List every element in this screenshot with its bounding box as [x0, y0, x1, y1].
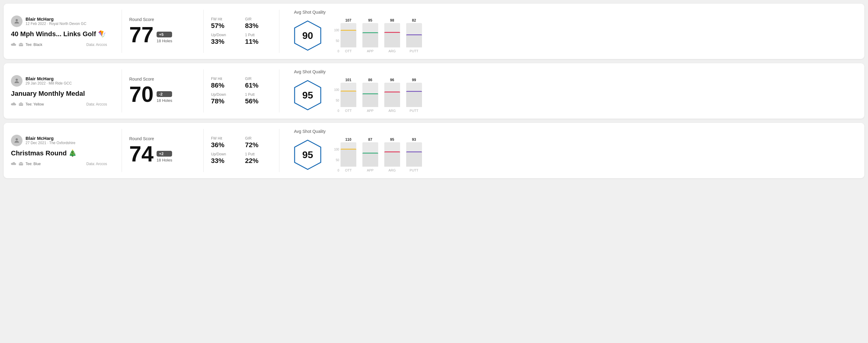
axis-100: 100 [334, 148, 339, 151]
divider [122, 69, 122, 113]
divider [122, 129, 122, 172]
divider [122, 10, 122, 53]
updown-stat: Up/Down 33% [211, 33, 238, 45]
oneputt-stat: 1 Putt 22% [245, 152, 272, 165]
divider [279, 10, 279, 53]
data-source: Data: Arccos [86, 42, 107, 47]
bar-value: 96 [390, 78, 394, 82]
data-source: Data: Arccos [86, 102, 107, 106]
avatar [11, 75, 23, 87]
bar-col-arg: 98 ARG [384, 18, 400, 53]
score-badge: +2 [157, 151, 172, 157]
chart-title: Avg Shot Quality [294, 129, 857, 134]
tee-info: Tee: Yellow [11, 102, 44, 107]
score-badge-col: +5 18 Holes [157, 32, 172, 45]
updown-value: 78% [211, 97, 238, 105]
bar-value: 86 [368, 78, 372, 82]
fw-hit-label: FW Hit [211, 136, 238, 141]
bar-col-app: 95 APP [363, 18, 378, 53]
oneputt-value: 56% [245, 97, 272, 105]
oneputt-label: 1 Putt [245, 33, 272, 37]
bar-label: APP [367, 109, 374, 113]
bar-fill [384, 92, 400, 107]
user-name: Blair McHarg [26, 76, 72, 81]
bar-marker [341, 91, 356, 92]
holes-text: 18 Holes [157, 98, 172, 103]
stats-section: FW Hit 86% GIR 61% Up/Down 78% 1 Putt 56… [211, 76, 272, 105]
oneputt-stat: 1 Putt 11% [245, 33, 272, 45]
fw-hit-label: FW Hit [211, 76, 238, 81]
round-card: Blair McHarg 12 Feb 2022 · Royal North D… [4, 4, 864, 59]
bar-wrapper [363, 23, 378, 48]
score-row: 70 -2 18 Holes [129, 83, 196, 105]
fw-hit-label: FW Hit [211, 17, 238, 21]
chart-section: Avg Shot Quality 90 100 [287, 10, 857, 53]
gir-value: 83% [245, 22, 272, 30]
user-date: 27 Dec 2021 · The Oxfordshire [26, 141, 75, 145]
bar-wrapper [384, 142, 400, 167]
bar-label: ARG [389, 49, 396, 53]
score-section: Round Score 77 +5 18 Holes [129, 17, 196, 45]
bar-chart-area: 100 50 0 107 OTT 95 APP 98 [334, 18, 422, 53]
avatar [11, 15, 23, 27]
gir-stat: GIR 61% [245, 76, 272, 89]
score-label: Round Score [129, 17, 196, 22]
holes-text: 18 Holes [157, 158, 172, 162]
axis-0: 0 [334, 50, 339, 53]
bag-icon [18, 102, 24, 107]
svg-point-0 [16, 19, 18, 21]
bar-wrapper [406, 142, 422, 167]
bar-chart-with-axis: 100 50 0 110 OTT 87 APP 95 [334, 137, 422, 172]
bar-col-putt: 82 PUTT [406, 18, 422, 53]
hexagon: 90 [294, 20, 321, 51]
avatar [11, 135, 23, 146]
stats-grid: FW Hit 57% GIR 83% Up/Down 33% 1 Putt 11… [211, 17, 272, 45]
user-info: Blair McHarg 12 Feb 2022 · Royal North D… [11, 15, 107, 27]
bar-wrapper [341, 83, 356, 107]
bar-marker [384, 92, 400, 92]
fw-hit-stat: FW Hit 57% [211, 17, 238, 30]
chart-inner: 90 100 50 0 107 [294, 18, 857, 53]
tee-label: Tee: Black [26, 42, 42, 47]
bar-value: 98 [390, 18, 394, 23]
bar-fill [384, 32, 400, 48]
oneputt-value: 22% [245, 157, 272, 165]
fw-hit-value: 57% [211, 22, 238, 30]
bar-value: 99 [412, 78, 416, 82]
bar-marker [363, 93, 378, 94]
user-date: 29 Jan 2022 · Mill Ride GCC [26, 81, 72, 86]
oneputt-label: 1 Putt [245, 152, 272, 156]
divider [204, 69, 204, 113]
tee-info: Tee: Blue [11, 161, 41, 167]
bar-fill [384, 151, 400, 167]
tee-label: Tee: Blue [26, 162, 41, 166]
round-title: 40 Mph Winds... Links Golf 🪁 [11, 30, 107, 38]
bar-label: ARG [389, 109, 396, 113]
divider [279, 69, 279, 113]
hexagon-score: 95 [302, 90, 313, 101]
bar-chart-group: 110 OTT 87 APP 95 ARG 93 PUTT [341, 137, 422, 172]
bar-value: 82 [412, 18, 416, 23]
bar-marker [406, 34, 422, 35]
gir-stat: GIR 72% [245, 136, 272, 149]
bar-value: 101 [345, 78, 351, 82]
bar-col-app: 86 APP [363, 78, 378, 113]
bar-wrapper [384, 83, 400, 107]
axis-100: 100 [334, 88, 339, 92]
score-badge-col: -2 18 Holes [157, 91, 172, 105]
bar-wrapper [406, 23, 422, 48]
bar-marker [384, 151, 400, 152]
score-number: 77 [129, 24, 154, 45]
bar-value: 87 [368, 137, 372, 142]
bar-wrapper [384, 23, 400, 48]
hexagon-score: 95 [302, 149, 313, 161]
bar-col-ott: 107 OTT [341, 18, 356, 53]
score-badge: +5 [157, 32, 172, 37]
bar-col-ott: 101 OTT [341, 78, 356, 113]
svg-rect-2 [20, 43, 22, 44]
chart-inner: 95 100 50 0 101 [294, 78, 857, 113]
bar-wrapper [363, 83, 378, 107]
bar-label: OTT [345, 168, 352, 172]
updown-stat: Up/Down 33% [211, 152, 238, 165]
axis-0: 0 [334, 109, 339, 113]
